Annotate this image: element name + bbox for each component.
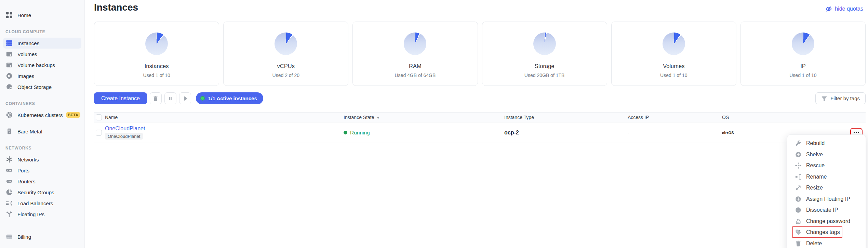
sidebar-item-ports[interactable]: Ports (3, 165, 81, 176)
menu-item-dissociate-ip[interactable]: Dissociate IP (787, 205, 866, 216)
instance-type: ocp-2 (504, 130, 628, 136)
quota-pie-chart (533, 32, 556, 55)
menu-item-label: Assign Floating IP (806, 196, 850, 202)
sidebar-item-routers[interactable]: Routers (3, 176, 81, 187)
column-header-os: OS (722, 115, 841, 120)
quota-card-ram: RAMUsed 4GB of 64GB (352, 22, 478, 86)
ports-icon (5, 167, 13, 174)
beta-badge: BETA (66, 112, 80, 118)
quota-card-vcpus: vCPUsUsed 2 of 20 (223, 22, 348, 86)
sidebar-item-images[interactable]: Images (3, 70, 81, 81)
sidebar-item-label: Security Groups (17, 190, 54, 195)
green-status-dot-icon (200, 96, 205, 101)
sidebar-item-bare-metal[interactable]: Bare Metal (3, 126, 81, 137)
quota-card-instances: InstancesUsed 1 of 10 (94, 22, 219, 86)
select-all-checkbox[interactable] (96, 114, 102, 120)
sidebar-item-load-balancers[interactable]: Load Balancers (3, 198, 81, 209)
filter-by-tags-button[interactable]: Filter by tags (815, 92, 866, 104)
row-checkbox[interactable] (96, 130, 102, 136)
create-instance-button[interactable]: Create Instance (94, 92, 147, 104)
column-header-instance-state[interactable]: Instance State▼ (344, 115, 504, 120)
quota-label: RAM (409, 63, 422, 69)
credit-card-icon (5, 233, 13, 240)
column-header-instance-type: Instance Type (504, 115, 628, 120)
sidebar-item-label: Billing (17, 234, 31, 240)
sidebar-section-label: CLOUD COMPUTE (5, 29, 84, 34)
menu-item-label: Change password (806, 218, 850, 224)
sidebar-item-floating-ips[interactable]: Floating IPs (3, 209, 81, 220)
sidebar-item-networks[interactable]: Networks (3, 154, 81, 165)
trash-button[interactable] (150, 92, 162, 104)
sidebar-item-object-storage[interactable]: Object Storage (3, 81, 81, 92)
minus-circle-icon (795, 207, 802, 213)
menu-item-label: Resize (806, 185, 823, 191)
menu-item-label: Dissociate IP (806, 207, 838, 213)
access-ip: - (628, 130, 722, 135)
toolbar: Create Instance 1/1 Active instances (94, 92, 263, 104)
sidebar-item-instances[interactable]: Instances (3, 38, 81, 49)
tag-icon (795, 229, 802, 236)
trash-icon (795, 240, 802, 247)
hide-quotas-link[interactable]: hide quotas (825, 5, 863, 12)
sidebar-item-kubernetes-clusters[interactable]: Kubernetes clustersBETA (3, 109, 81, 120)
menu-item-delete[interactable]: Delete (787, 238, 866, 248)
sidebar-item-billing[interactable]: Billing (3, 231, 81, 242)
menu-item-changes-tags[interactable]: Changes tags (787, 227, 866, 238)
instance-name-link[interactable]: OneCloudPlanet (105, 126, 145, 131)
crosshair-icon (795, 162, 802, 169)
sidebar-item-volumes[interactable]: Volumes (3, 49, 81, 60)
sidebar-item-label: Home (17, 12, 31, 18)
quota-label: IP (800, 63, 806, 69)
sidebar-item-label: Bare Metal (17, 129, 42, 134)
main-content: Instances hide quotas InstancesUsed 1 of… (85, 0, 868, 248)
disc-icon (5, 72, 13, 80)
eye-off-icon (825, 5, 832, 12)
sidebar-item-security-groups[interactable]: Security Groups (3, 187, 81, 198)
quota-pie-chart (145, 32, 168, 55)
app-window: HomeCLOUD COMPUTEInstancesVolumesVolume … (0, 0, 868, 248)
server-tower-icon (5, 128, 13, 135)
arrow-up-circle-icon (795, 151, 802, 158)
running-dot-icon (344, 131, 347, 134)
menu-item-assign-floating-ip[interactable]: Assign Floating IP (787, 194, 866, 205)
menu-item-rescue[interactable]: Rescue (787, 160, 866, 171)
sidebar-item-home[interactable]: Home (3, 10, 81, 21)
menu-item-label: Rebuild (806, 140, 825, 146)
trash-icon (152, 95, 159, 102)
servers-icon (5, 39, 13, 47)
menu-item-rename[interactable]: Rename (787, 171, 866, 183)
network-star-icon (5, 156, 13, 163)
quota-used-text: Used 1 of 10 (789, 73, 816, 78)
active-instances-label: 1/1 Active instances (208, 95, 257, 101)
quota-used-text: Used 4GB of 64GB (395, 73, 436, 78)
menu-item-label: Shelve (806, 152, 823, 158)
funnel-icon (821, 95, 827, 102)
quota-used-text: Used 2 of 20 (272, 73, 299, 78)
resize-diagonal-icon (795, 184, 802, 191)
menu-item-shelve[interactable]: Shelve (787, 149, 866, 160)
menu-item-label: Changes tags (806, 229, 840, 235)
sort-caret-icon: ▼ (376, 116, 380, 120)
quota-pie-chart (275, 32, 297, 55)
drive-backup-icon (5, 61, 13, 69)
drive-icon (5, 50, 13, 58)
sidebar: HomeCLOUD COMPUTEInstancesVolumesVolume … (0, 0, 85, 248)
sidebar-item-label: Ports (17, 168, 29, 173)
quota-cards: InstancesUsed 1 of 10vCPUsUsed 2 of 20RA… (94, 22, 866, 86)
quota-pie-chart (792, 32, 814, 55)
router-icon (5, 178, 13, 185)
pause-icon (167, 95, 173, 102)
menu-item-resize[interactable]: Resize (787, 182, 866, 194)
menu-item-change-password[interactable]: Change password (787, 216, 866, 227)
sidebar-item-volume-backups[interactable]: Volume backups (3, 60, 81, 70)
menu-item-label: Rescue (806, 162, 825, 169)
menu-item-rebuild[interactable]: Rebuild (787, 138, 866, 149)
home-grid-icon (5, 11, 13, 19)
play-button[interactable] (179, 92, 191, 104)
wrench-icon (795, 140, 802, 147)
pause-button[interactable] (164, 92, 176, 104)
active-instances-badge[interactable]: 1/1 Active instances (196, 92, 263, 104)
quota-used-text: Used 1 of 10 (660, 73, 687, 78)
filter-by-tags-label: Filter by tags (830, 95, 860, 101)
sidebar-item-label: Networks (17, 157, 39, 162)
